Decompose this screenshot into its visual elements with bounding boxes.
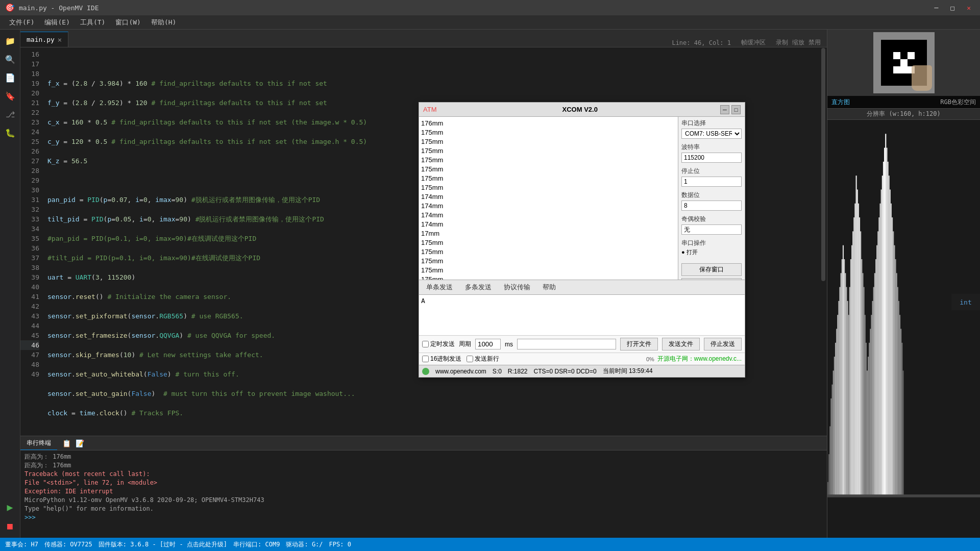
stop-btn[interactable]: ■ (2, 517, 18, 534)
period-input[interactable] (475, 339, 501, 349)
histogram-svg (827, 120, 980, 538)
extra-send-input[interactable] (517, 339, 616, 349)
zoom-btn[interactable]: 缩放 (792, 38, 804, 47)
tab-protocol[interactable]: 协议传输 (500, 282, 534, 293)
port-op-row: 串口操作 ● 打开 (681, 239, 742, 256)
svg-rect-21 (850, 259, 851, 496)
menu-tools[interactable]: 工具(T) (75, 16, 110, 29)
tab-serial-terminal[interactable]: 串行终端 (20, 437, 57, 450)
svg-rect-28 (858, 204, 859, 496)
svg-rect-40 (871, 315, 872, 496)
xcom-data-line-4: 175mm (421, 146, 676, 156)
resolution-bar: 分辨率 (w:160, h:120) (827, 109, 980, 120)
svg-rect-13 (842, 259, 843, 496)
xcom-data-area[interactable]: 176mm 175mm 175mm 175mm 175mm 175mm 175m… (419, 117, 678, 280)
baud-input[interactable] (681, 153, 742, 163)
xcom-data-line-15: 175mm (421, 247, 676, 257)
svg-rect-57 (890, 190, 891, 496)
open-file-btn[interactable]: 打开文件 (620, 338, 658, 350)
svg-rect-23 (852, 231, 853, 496)
port-op-controls: ● 打开 (681, 248, 742, 256)
menu-edit[interactable]: 编辑(E) (39, 16, 75, 29)
data-input[interactable] (681, 201, 742, 211)
minimize-btn[interactable]: ─ (930, 3, 943, 13)
xcom-minimize[interactable]: ─ (720, 105, 729, 114)
stop-input[interactable] (681, 177, 742, 187)
record-btn[interactable]: 录制 (776, 38, 788, 47)
histogram-area: 04080120160200240 平均数 155 中位数 181 众数 222… (827, 120, 980, 538)
svg-rect-24 (853, 217, 854, 496)
terminal-icon-2[interactable]: 📝 (75, 438, 85, 448)
svg-rect-2 (829, 427, 830, 496)
port-op-radio-label: ● 打开 (681, 248, 698, 256)
xcom-data-line-9: 174mm (421, 192, 676, 202)
status-sensor: 传感器: OV7725 (44, 540, 92, 549)
svg-rect-6 (834, 357, 835, 496)
svg-rect-38 (869, 343, 870, 496)
menu-bar: 文件(F) 编辑(E) 工具(T) 窗口(W) 帮助(H) (0, 15, 980, 30)
menu-window[interactable]: 窗口(W) (110, 16, 145, 29)
terminal-icon-1[interactable]: 📋 (61, 438, 71, 448)
code-line-34: clock = time.clock() # Tracks FPS. (47, 408, 816, 418)
svg-rect-64 (897, 287, 898, 496)
tab-close-btn[interactable]: × (58, 36, 62, 44)
menu-help[interactable]: 帮助(H) (146, 16, 181, 29)
menu-file[interactable]: 文件(F) (4, 16, 39, 29)
svg-rect-55 (887, 162, 888, 496)
svg-rect-60 (893, 231, 894, 496)
xcom-data-line-10: 174mm (421, 202, 676, 211)
play-btn[interactable]: ▶ (2, 499, 18, 515)
stop-send-btn[interactable]: 停止发送 (704, 338, 742, 350)
debug-icon[interactable]: 🐛 (2, 124, 18, 141)
xcom-title-text: XCOM V2.0 (562, 106, 598, 113)
data-label: 数据位 (681, 191, 742, 199)
disable-btn[interactable]: 禁用 (808, 38, 821, 47)
port-select[interactable]: COM7: USB-SERIAL (681, 129, 742, 139)
xcom-statusbar: www.openedv.com S:0 R:1822 CTS=0 DSR=0 D… (419, 365, 745, 377)
resolution-text: 分辨率 (w:160, h:120) (867, 110, 940, 118)
terminal-prompt: >>> (24, 513, 823, 522)
save-window-btn[interactable]: 保存窗口 (681, 263, 742, 276)
svg-rect-42 (873, 287, 874, 496)
xcom-data-line-12: 174mm (421, 220, 676, 229)
port-op-label: 串口操作 (681, 239, 742, 247)
maximize-btn[interactable]: □ (946, 3, 959, 13)
hex-send-cb[interactable] (422, 356, 429, 362)
document-icon[interactable]: 📄 (2, 69, 18, 86)
folder-icon[interactable]: 📁 (2, 33, 18, 49)
tab-main-py[interactable]: main.py × (20, 32, 68, 47)
svg-rect-30 (860, 231, 861, 496)
tab-help[interactable]: 帮助 (538, 282, 560, 293)
status-drive: 驱动器: G:/ (286, 540, 323, 549)
histogram-label[interactable]: 直方图 (831, 98, 850, 107)
tab-multi-send[interactable]: 多条发送 (461, 282, 496, 293)
editor-scrollbar[interactable] (820, 47, 827, 436)
search-icon[interactable]: 🔍 (2, 51, 18, 67)
xcom-data-line-5: 175mm (421, 156, 676, 165)
timed-send-cb[interactable] (422, 341, 429, 347)
parity-input[interactable] (681, 224, 742, 235)
camera-image (827, 30, 980, 96)
send-file-btn[interactable]: 发送文件 (662, 338, 700, 350)
xcom-data-line-1: 176mm (421, 119, 676, 128)
xcom-maximize[interactable]: □ (731, 105, 741, 114)
bookmark-icon[interactable]: 🔖 (2, 88, 18, 104)
rgb-label[interactable]: RGB色彩空间 (940, 98, 976, 107)
xcom-send-input[interactable]: A (419, 295, 745, 336)
svg-rect-68 (901, 343, 902, 496)
send-newline-cb[interactable] (467, 356, 473, 362)
line-numbers: 16 17 18 19 20 21 22 23 24 25 26 27 28 2… (20, 47, 43, 436)
svg-rect-31 (861, 259, 862, 496)
xcom-r-count: R:1822 (508, 368, 528, 375)
svg-rect-33 (863, 287, 864, 496)
svg-rect-61 (894, 245, 895, 496)
website-link[interactable]: 开源电子网：www.openedv.c... (657, 355, 742, 363)
git-icon[interactable]: ⎇ (2, 106, 18, 122)
xcom-data-line-14: 175mm (421, 238, 676, 247)
tab-single-send[interactable]: 单条发送 (422, 282, 457, 293)
svg-rect-66 (899, 315, 900, 496)
close-btn[interactable]: ✕ (963, 3, 975, 13)
svg-rect-35 (866, 343, 867, 496)
terminal-content[interactable]: 距高为： 176mm 距高为： 176mm Traceback (most re… (20, 450, 827, 538)
xcom-data-line-7: 175mm (421, 174, 676, 183)
